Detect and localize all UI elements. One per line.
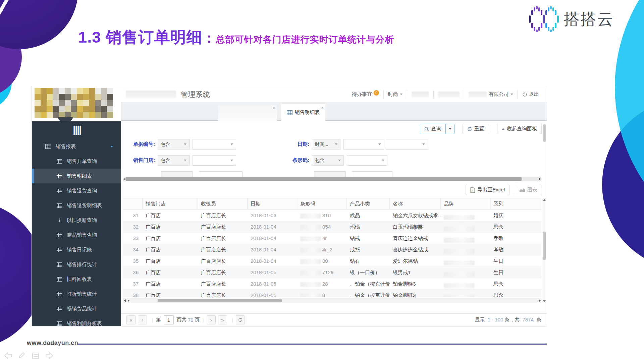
sidebar-item[interactable]: 销售退货查询 (32, 183, 121, 198)
date-from-combo[interactable] (343, 139, 384, 149)
cell-name: 喜庆连连金钻戒 (390, 233, 441, 244)
chevron-down-icon (511, 94, 513, 95)
scrollbar-thumb[interactable] (543, 232, 546, 260)
sidebar-item[interactable]: 销售利润分析表 (32, 316, 121, 326)
cell-category: 玛瑙 (347, 221, 390, 232)
sidebar-item[interactable]: 旧料回收表 (32, 272, 121, 287)
back-arrow-icon[interactable] (4, 352, 12, 359)
sidebar-item-label: 销售退货查询 (67, 188, 97, 194)
grid-vertical-scrollbar[interactable] (542, 198, 546, 303)
query-field-date: 日期: 时间... (282, 139, 428, 149)
search-button[interactable]: 查询 (420, 124, 454, 134)
censored-menu-item-2[interactable] (434, 92, 464, 98)
cell-date: 2018-01-04 (248, 244, 297, 255)
sidebar-item[interactable]: 销售排行统计 (32, 257, 121, 272)
col-header-store[interactable]: 销售门店 (143, 198, 198, 209)
export-excel-button[interactable]: x 导出至Excel (466, 185, 509, 195)
cell-category: 、铂金（按克计价） (347, 278, 390, 289)
refresh-button[interactable] (236, 315, 245, 324)
table-row[interactable]: 34 广百店 广百店店长 2018-01-04 4r_2 戒托 喜庆连连金钻戒 … (123, 244, 541, 255)
censored-inactive-tab[interactable] (218, 105, 277, 121)
scrollbar-thumb[interactable] (158, 299, 282, 302)
table-grid-icon (57, 248, 62, 252)
scroll-down-icon[interactable] (543, 300, 546, 302)
search-dropdown-caret[interactable] (445, 124, 454, 134)
col-header-category[interactable]: 产品小类 (347, 198, 390, 209)
next-page-button[interactable]: › (207, 315, 216, 324)
sidebar-item[interactable]: 畅销货品统计 (32, 301, 121, 316)
scrollbar-thumb[interactable] (126, 177, 522, 181)
search-icon (424, 127, 429, 131)
list-icon[interactable] (32, 352, 40, 359)
sidebar-item[interactable]: 赠品销售查询 (32, 228, 121, 242)
sidebar-item[interactable]: 销售明细表 (32, 169, 121, 183)
first-page-button[interactable]: « (126, 315, 136, 324)
col-header-series[interactable]: 系列 (490, 198, 541, 209)
app-window: 管理系统 待办事宜 0 时尚 有限公司 (32, 86, 547, 326)
table-row[interactable]: 36 广百店 广百店店长 2018-01-05 7129 银（一口价） 银男戒1… (123, 267, 541, 278)
col-header-name[interactable]: 名称 (390, 198, 441, 209)
censored-menu-item-1[interactable] (407, 92, 433, 98)
table-row[interactable]: 31 广百店 广百店店长 2018-01-03 310 成品 铂金六爪女款钻戒求… (123, 210, 541, 221)
col-header-date[interactable]: 日期 (248, 198, 297, 209)
divider: | (232, 317, 233, 323)
table-row[interactable]: 38 广百店 广百店店长 2018-01-05 8 、铂金（按克计价） 铂金脚链… (123, 290, 541, 297)
sidebar-group-sales-reports[interactable]: 销售报表 (32, 139, 121, 154)
cell-brand (441, 278, 490, 289)
col-header-cashier[interactable]: 收银员 (198, 198, 248, 209)
sidebar-item[interactable]: 销售日记账 (32, 242, 121, 257)
grid-horizontal-scrollbar[interactable] (123, 298, 541, 303)
company-menu-item[interactable]: 有限公司 (464, 91, 518, 98)
close-icon[interactable]: × (321, 105, 324, 110)
date-to-combo[interactable] (386, 139, 428, 149)
chart-button[interactable]: 图表 (515, 185, 542, 195)
sidebar-item[interactable]: 销售开单查询 (32, 154, 121, 169)
col-header-barcode[interactable]: 条形码 (297, 198, 347, 209)
table-row[interactable]: 35 广百店 广百店店长 2018-01-04 00 钻石 爱迪尔裸钻 生日 (123, 255, 541, 267)
last-page-button[interactable]: » (218, 315, 227, 324)
cell-brand (441, 290, 490, 297)
censored-barcode (300, 236, 321, 241)
query-row-clipped (123, 171, 442, 177)
table-row[interactable]: 33 广百店 广百店店长 2018-01-04 4r 钻戒 喜庆连连金钻戒 孝敬 (123, 233, 541, 244)
value-combo[interactable] (193, 139, 236, 149)
slide: 1.3 销售订单明细 ： 总部可针对各门店进行实时订单统计与分析 搭搭云 (0, 0, 644, 362)
table-row[interactable]: 37 广百店 广百店店长 2018-01-05 28 、铂金（按克计价） 铂金脚… (123, 278, 541, 290)
table-grid-icon (57, 277, 62, 282)
cell-series: 生日 (490, 255, 541, 266)
tab-sales-detail[interactable]: 销售明细表 × (281, 104, 325, 121)
sidebar: 销售报表 销售开单查询 销售明细表 销售退货查询 销售退货明细表 i 以旧换新查… (32, 121, 121, 326)
censored-text (438, 92, 460, 98)
sidebar-item[interactable]: 销售退货明细表 (32, 198, 121, 213)
fashion-menu-item[interactable]: 时尚 (384, 91, 407, 98)
page-label: 页共 (176, 317, 186, 323)
query-horizontal-scrollbar[interactable] (123, 177, 541, 181)
todo-menu-item[interactable]: 待办事宜 0 (347, 91, 383, 98)
logout-button[interactable]: 退出 (518, 91, 543, 98)
page-number-input[interactable] (164, 315, 174, 324)
chevron-up-icon (502, 128, 504, 130)
operator-select[interactable]: 时间... (312, 139, 340, 149)
cell-cashier: 广百店店长 (198, 267, 248, 278)
close-icon[interactable]: × (273, 105, 275, 111)
cell-cashier: 广百店店长 (198, 233, 248, 244)
pencil-icon[interactable] (18, 352, 26, 359)
value-combo[interactable] (193, 155, 236, 166)
operator-select[interactable]: 包含 (158, 139, 190, 149)
value-combo[interactable] (347, 155, 387, 166)
scroll-up-icon[interactable] (543, 199, 546, 201)
sidebar-item[interactable]: 打折销售统计 (32, 287, 121, 301)
operator-select[interactable]: 包含 (158, 155, 190, 166)
sidebar-item-label: 销售明细表 (67, 173, 92, 179)
query-vertical-scrollbar[interactable] (543, 124, 546, 142)
forward-arrow-icon[interactable] (45, 352, 53, 359)
col-header-brand[interactable]: 品牌 (441, 198, 490, 209)
operator-select[interactable]: 包含 (312, 155, 344, 166)
row-number: 31 (123, 210, 143, 221)
sidebar-item[interactable]: i 以旧换新查询 (32, 213, 121, 228)
table-row[interactable]: 32 广百店 广百店店长 2018-01-04 054 玛瑙 白玉玛瑙貔貅 思念 (123, 221, 541, 233)
collapse-query-button[interactable]: 收起查询面板 (497, 124, 542, 134)
prev-page-button[interactable]: ‹ (138, 315, 147, 324)
reset-button[interactable]: 重置 (463, 124, 489, 134)
brand-name: 搭搭云 (564, 9, 614, 30)
